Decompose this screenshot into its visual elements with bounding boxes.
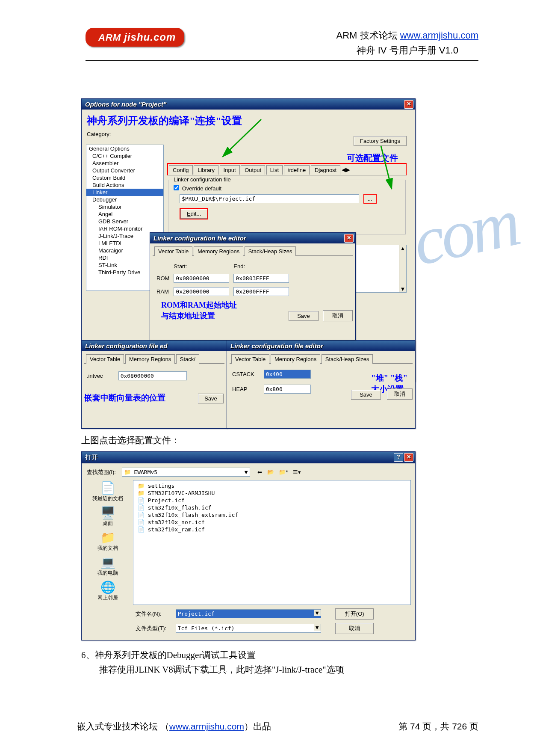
forum-label: ARM 技术论坛 [336,30,400,41]
list-item[interactable]: C/C++ Compiler [86,152,163,160]
manual-title: 神舟 IV 号用户手册 V1.0 [336,43,479,58]
ram-start-input[interactable]: 0x20000000 [174,287,229,296]
close-icon[interactable]: ✕ [344,234,354,243]
cancel-button[interactable]: 取消 [335,623,374,634]
tab-vector-table[interactable]: Vector Table [154,246,192,256]
icf-path-input[interactable]: $PROJ_DIR$\Project.icf [180,194,359,203]
places-computer[interactable]: 💻我的电脑 [84,555,131,577]
vec-title-bar: Linker configuration file ed [82,341,227,351]
tab-input[interactable]: Input [220,165,240,175]
footer-link[interactable]: www.armjishu.com [169,721,244,731]
list-item[interactable]: Assembler [86,160,163,167]
tab-row: Config Library Input Output List #define… [167,163,407,175]
scrollbar[interactable]: ▲▼ [399,245,406,292]
list-item-selected[interactable]: Linker [86,189,163,196]
file-list[interactable]: 📁 settings 📁 STM32F107VC-ARMJISHU 📄 Proj… [133,480,411,605]
watermark-2: com [406,183,524,282]
list-item[interactable]: IAR ROM-monitor [86,225,163,232]
tab-vector-table[interactable]: Vector Table [231,354,269,364]
save-button[interactable]: Save [198,394,224,403]
factory-settings-button[interactable]: Factory Settings [354,136,407,146]
places-sidebar: 📄我最近的文档 🖥️桌面 📁我的文档 💻我的电脑 🌐网上邻居 [84,478,131,607]
tab-stack-heap[interactable]: Stack/Heap Sizes [322,354,373,364]
list-item[interactable]: Simulator [86,203,163,210]
list-item[interactable]: General Options [86,145,163,152]
file-item[interactable]: 📄 stm32f10x_flash.icf [135,504,409,511]
close-icon[interactable]: ✕ [404,100,413,109]
page-footer: 嵌入式专业技术论坛 （www.armjishu.com）出品 第 74 页，共 … [77,720,478,732]
list-item[interactable]: Build Actions [86,181,163,189]
vector-table-dialog: Linker configuration file ed Vector Tabl… [81,340,227,429]
stack-title-bar: Linker configuration file editor [227,341,415,351]
options-title-bar: Options for node "Project"✕ [82,99,415,110]
tab-list[interactable]: List [266,165,283,175]
tab-diagnostics[interactable]: Diagnost [311,165,340,175]
list-item[interactable]: GDB Server [86,218,163,225]
start-label: Start: [173,263,230,270]
close-icon[interactable]: ✕ [404,453,413,462]
tab-vector-table[interactable]: Vector Table [86,354,124,364]
tab-memory-regions[interactable]: Memory Regions [271,354,320,364]
annotation-link-settings: 神舟系列开发板的编译"连接"设置 [87,114,413,127]
file-open-dialog: 打开✕? 查找范围(I): 📁 EWARMv5 ▼ ⬅ 📂 📁* ☰▾ 📄我最近… [81,451,416,640]
tab-output[interactable]: Output [241,165,265,175]
rom-start-input[interactable]: 0x08000000 [174,274,229,283]
tab-scroll-left[interactable]: ◀ [342,166,346,173]
help-icon[interactable]: ? [394,453,403,462]
tab-scroll-right[interactable]: ▶ [346,166,350,173]
nav-back-icon[interactable]: ⬅ [257,469,262,475]
annotation-rom-ram-2: 与结束地址设置 [161,311,289,321]
tab-memory-regions[interactable]: Memory Regions [125,354,175,364]
forum-link[interactable]: www.armjishu.com [400,30,478,41]
override-checkbox[interactable]: Override default [172,185,221,192]
intvec-input[interactable]: 0x08000000 [118,371,187,380]
section-6-line2: 推荐使用JLINK V8调试下载工具，此时选择"J-link/J-trace"选… [99,663,344,677]
list-item[interactable]: Custom Build [86,174,163,181]
cancel-button[interactable]: 取消 [387,388,413,400]
rom-end-input[interactable]: 0x0803FFFF [233,274,289,283]
tab-memory-regions[interactable]: Memory Regions [194,246,243,256]
list-item[interactable]: Debugger [86,196,163,203]
intvec-label: .intvec [87,373,117,379]
browse-button[interactable]: ... [363,194,377,204]
places-desktop[interactable]: 🖥️桌面 [84,506,131,527]
heap-input[interactable]: 0x800 [264,385,311,394]
nav-up-icon[interactable]: 📂 [267,469,274,475]
mem-title-bar: Linker configuration file editor✕ [150,233,355,243]
extra-listbox[interactable]: e) ▲▼ [350,245,407,293]
list-item[interactable]: Angel [86,210,163,218]
open-button[interactable]: 打开(O) [335,608,374,620]
file-item[interactable]: 📄 Project.icf [135,497,409,504]
filetype-dropdown[interactable]: Icf Files (*.icf)▼ [176,624,321,633]
places-documents[interactable]: 📁我的文档 [84,531,131,552]
view-menu-icon[interactable]: ☰▾ [293,469,301,475]
ram-label: RAM [156,287,170,296]
filename-input[interactable]: Project.icf▼ [176,609,321,618]
tab-config[interactable]: Config [169,165,193,175]
lookin-dropdown[interactable]: 📁 EWARMv5 ▼ [122,468,250,477]
save-button[interactable]: Save [351,390,381,400]
section-6-heading: 6、神舟系列开发板的Debugger调试工具设置 [81,648,344,663]
file-item[interactable]: 📁 settings [135,482,409,489]
memory-regions-dialog: Linker configuration file editor✕ Vector… [150,232,356,340]
tab-stack[interactable]: Stack/ [176,354,199,364]
file-item[interactable]: 📄 stm32f10x_nor.icf [135,519,409,526]
file-item[interactable]: 📄 stm32f10x_flash_extsram.icf [135,511,409,519]
tab-library[interactable]: Library [194,165,218,175]
places-network[interactable]: 🌐网上邻居 [84,580,131,602]
file-item[interactable]: 📄 stm32f10x_ram.icf [135,526,409,533]
annotation-rom-ram-1: ROM和RAM起始地址 [161,300,353,310]
places-recent[interactable]: 📄我最近的文档 [84,481,131,502]
tab-stack-heap[interactable]: Stack/Heap Sizes [245,246,296,256]
save-button[interactable]: Save [289,311,319,321]
tab-define[interactable]: #define [284,165,310,175]
list-item[interactable]: Output Converter [86,167,163,174]
file-item[interactable]: 📁 STM32F107VC-ARMJISHU [135,489,409,497]
caption-select-config: 上图点击选择配置文件： [81,434,180,446]
ram-end-input[interactable]: 0x2000FFFF [233,287,289,296]
cstack-input[interactable]: 0x400 [264,370,311,379]
groupbox-title: Linker configuration file [172,176,233,183]
edit-button[interactable]: Edit... [180,209,207,219]
new-folder-icon[interactable]: 📁* [279,469,288,475]
cancel-button[interactable]: 取消 [323,310,353,321]
